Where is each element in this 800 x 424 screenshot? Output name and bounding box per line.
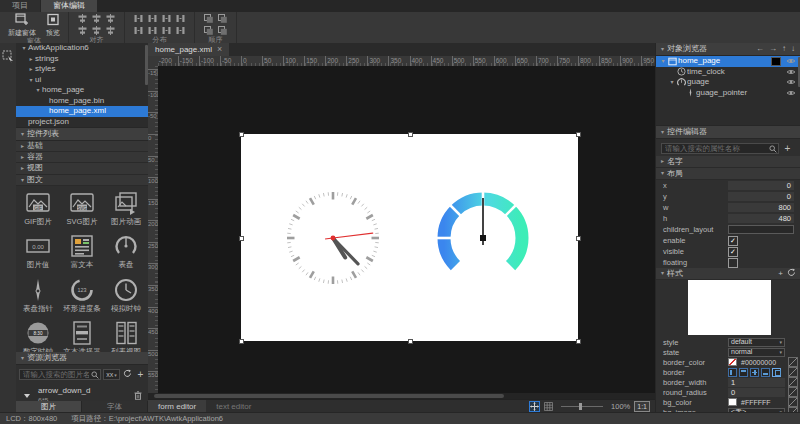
order-front-icon[interactable] [203, 13, 214, 24]
section-style[interactable]: ▾ 样式 + [656, 268, 800, 280]
edit-mode-icon[interactable] [788, 387, 798, 397]
selection-handle[interactable] [576, 339, 581, 344]
selection-handle[interactable] [408, 339, 413, 344]
prop-input-x[interactable]: 0 [728, 181, 794, 190]
resource-filter-select[interactable]: xx ▾ [103, 369, 120, 380]
color-swatch[interactable] [771, 57, 781, 66]
dist-vcenter-icon[interactable] [147, 25, 158, 36]
checkbox-visible[interactable] [728, 247, 738, 257]
form-surface[interactable] [241, 134, 578, 341]
dist-right-icon[interactable] [161, 13, 172, 24]
align-bottom-icon[interactable] [105, 25, 116, 36]
tree-item-AwtkApplication6[interactable]: ▾AwtkApplication6 [16, 43, 148, 54]
edit-mode-icon[interactable] [788, 377, 798, 387]
edit-mode-icon[interactable] [788, 367, 798, 377]
dist-hspace-icon[interactable] [175, 13, 186, 24]
widget-circle-progress[interactable]: 123环形进度条 [60, 276, 104, 314]
add-property-button[interactable]: + [782, 143, 793, 154]
prop-input-w[interactable]: 800 [728, 203, 794, 212]
menu-tab-1[interactable]: 窗体编辑 [41, 0, 97, 12]
close-icon[interactable]: × [217, 43, 222, 56]
visibility-eye-icon[interactable] [784, 57, 798, 65]
canvas-viewport[interactable] [158, 66, 655, 393]
back-icon[interactable]: ← [756, 43, 764, 55]
order-up-icon[interactable] [203, 25, 214, 36]
object-browser-header[interactable]: ▾ 对象浏览器 ←→↑↓ [656, 43, 800, 56]
tree-item-project.json[interactable]: project.json [16, 117, 148, 128]
widget-list-header[interactable]: ▾ 控件列表 [16, 128, 148, 141]
dist-hcenter-icon[interactable] [147, 13, 158, 24]
style-input-round_radius[interactable]: 0 [728, 388, 785, 397]
align-top-icon[interactable] [77, 25, 88, 36]
color-swatch-border_color[interactable] [728, 358, 737, 366]
object-item-home_page[interactable]: ▾home_page [656, 56, 800, 67]
border-mid-button[interactable] [750, 368, 759, 377]
dist-bottom-icon[interactable] [161, 25, 172, 36]
refresh-icon[interactable] [122, 369, 133, 380]
prop-input-y[interactable]: 0 [728, 192, 794, 201]
border-all-button[interactable] [772, 368, 781, 377]
order-down-icon[interactable] [217, 25, 228, 36]
widget-rich-text[interactable]: 富文本 [60, 232, 104, 270]
tree-item-strings[interactable]: ▸strings [16, 54, 148, 65]
align-hcenter-icon[interactable] [91, 13, 102, 24]
tree-item-home_page.xml[interactable]: home_page.xml [16, 106, 148, 117]
tree-item-home_page.bin[interactable]: home_page.bin [16, 96, 148, 107]
selection-handle[interactable] [576, 236, 581, 241]
style-input-border_width[interactable]: 1 [728, 378, 785, 387]
property-search-input[interactable] [661, 143, 779, 154]
resource-tab-0[interactable]: 图片 [16, 401, 82, 412]
delete-icon[interactable] [128, 391, 148, 400]
grid-toggle-button[interactable] [543, 401, 554, 412]
edit-mode-icon[interactable] [788, 357, 798, 367]
align-left-icon[interactable] [77, 13, 88, 24]
widget-image-animation[interactable]: 图片动画 [104, 189, 148, 227]
widget-analog-clock[interactable]: 模拟时钟 [104, 276, 148, 314]
select-style[interactable]: default▾ [728, 338, 785, 347]
border-bottom-button[interactable] [761, 368, 770, 377]
prop-input-children_layout[interactable] [728, 225, 794, 234]
checkbox-enable[interactable] [728, 236, 738, 246]
widget-gauge[interactable]: 表盘 [104, 232, 148, 270]
widget-editor-header[interactable]: ▾ 控件编辑器 [656, 126, 800, 139]
dist-top-icon[interactable] [133, 25, 144, 36]
edit-mode-icon[interactable] [788, 397, 798, 407]
section-layout[interactable]: ▾ 布局 [656, 168, 800, 180]
menu-tab-0[interactable]: 项目 [0, 0, 40, 12]
dist-vspace-icon[interactable] [175, 25, 186, 36]
tree-item-home_page[interactable]: ▾home_page [16, 85, 148, 96]
select-tool-icon[interactable] [0, 48, 16, 64]
visibility-eye-icon[interactable] [784, 89, 798, 97]
resource-search-input[interactable] [19, 369, 101, 380]
align-right-icon[interactable] [105, 13, 116, 24]
border-top-button[interactable] [739, 368, 748, 377]
actual-size-button[interactable]: 1:1 [634, 401, 650, 412]
align-vcenter-icon[interactable] [91, 25, 102, 36]
selection-handle[interactable] [239, 132, 244, 137]
selection-handle[interactable] [239, 339, 244, 344]
widget-category-2[interactable]: ▸视图 [16, 163, 148, 174]
visibility-eye-icon[interactable] [784, 68, 798, 76]
selection-handle[interactable] [408, 132, 413, 137]
gauge-widget[interactable] [433, 188, 533, 288]
tree-item-ui[interactable]: ▾ui [16, 75, 148, 86]
move-tool-button[interactable] [529, 401, 540, 412]
widget-text-selector[interactable]: 文本选择器 [60, 319, 104, 352]
widget-digit-clock[interactable]: 8:30数字时钟 [16, 319, 60, 352]
up-icon[interactable]: ↑ [782, 43, 786, 55]
toolbar-button-preview[interactable]: 预览 [46, 13, 60, 37]
widget-image-value[interactable]: 0.00图片值 [16, 232, 60, 270]
tree-item-styles[interactable]: ▸styles [16, 64, 148, 75]
widget-gif-image[interactable]: GIFGIF图片 [16, 189, 60, 227]
object-item-guage[interactable]: ▾guage [656, 77, 800, 88]
refresh-icon[interactable] [787, 268, 796, 280]
resource-tab-1[interactable]: 字体 [82, 401, 148, 412]
border-left-button[interactable] [728, 368, 737, 377]
selection-handle[interactable] [239, 236, 244, 241]
forward-icon[interactable]: → [769, 43, 777, 55]
select-state[interactable]: normal▾ [728, 348, 785, 357]
visibility-eye-icon[interactable] [784, 78, 798, 86]
widget-category-0[interactable]: ▸基础 [16, 141, 148, 152]
analog-clock-widget[interactable] [283, 188, 383, 288]
document-tab[interactable]: home_page.xml × [148, 43, 229, 56]
